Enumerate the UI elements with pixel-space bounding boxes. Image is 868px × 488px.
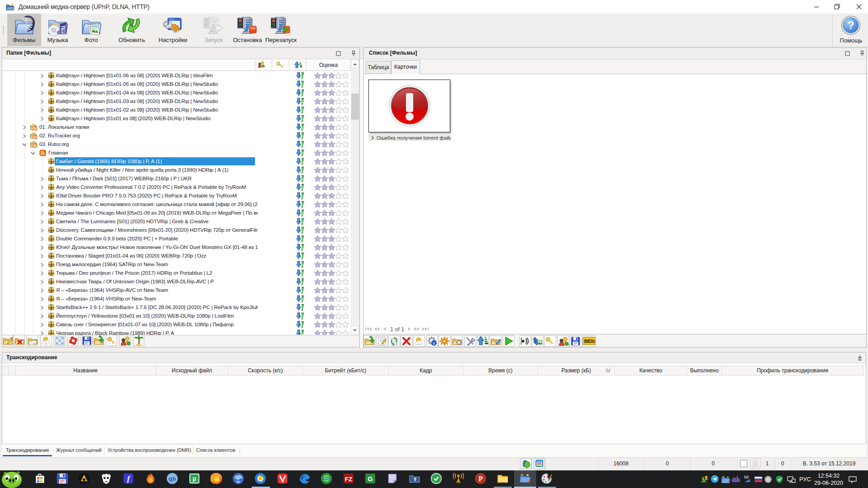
svg-text:G: G	[368, 475, 373, 483]
svg-text:FZ: FZ	[344, 476, 352, 483]
svg-text:µ: µ	[193, 475, 196, 482]
svg-text:IMDb: IMDb	[584, 339, 595, 344]
svg-text:50: 50	[744, 475, 749, 479]
svg-text:qb: qb	[169, 475, 176, 482]
svg-text:?: ?	[848, 19, 854, 31]
svg-text:P: P	[478, 475, 483, 483]
